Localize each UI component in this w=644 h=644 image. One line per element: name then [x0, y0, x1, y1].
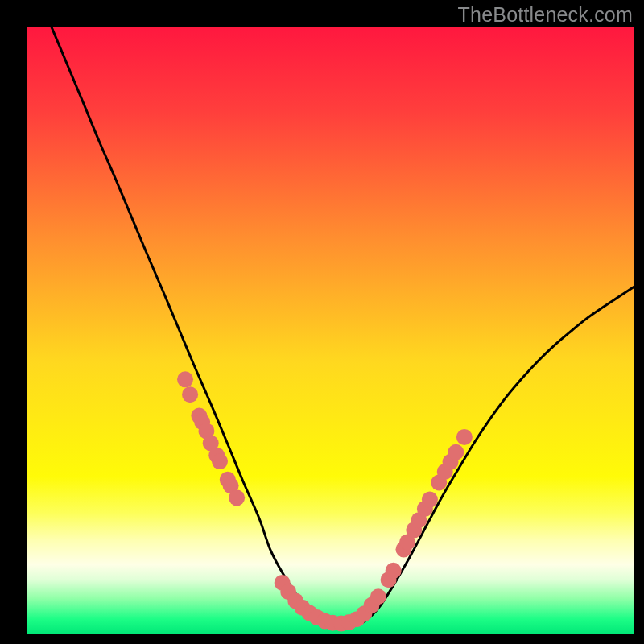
- curve-svg: [27, 27, 634, 634]
- data-marker: [229, 489, 245, 506]
- data-marker: [448, 444, 464, 460]
- data-marker: [177, 371, 193, 387]
- data-marker: [370, 588, 386, 605]
- bottleneck-curve-path: [52, 27, 634, 626]
- plot-area: [27, 27, 634, 634]
- data-marker: [422, 492, 438, 508]
- data-marker: [456, 429, 473, 445]
- data-marker: [212, 453, 228, 469]
- chart-frame: TheBottleneck.com: [0, 0, 644, 644]
- data-marker: [182, 386, 198, 402]
- watermark-text: TheBottleneck.com: [458, 3, 633, 27]
- data-marker: [386, 563, 402, 579]
